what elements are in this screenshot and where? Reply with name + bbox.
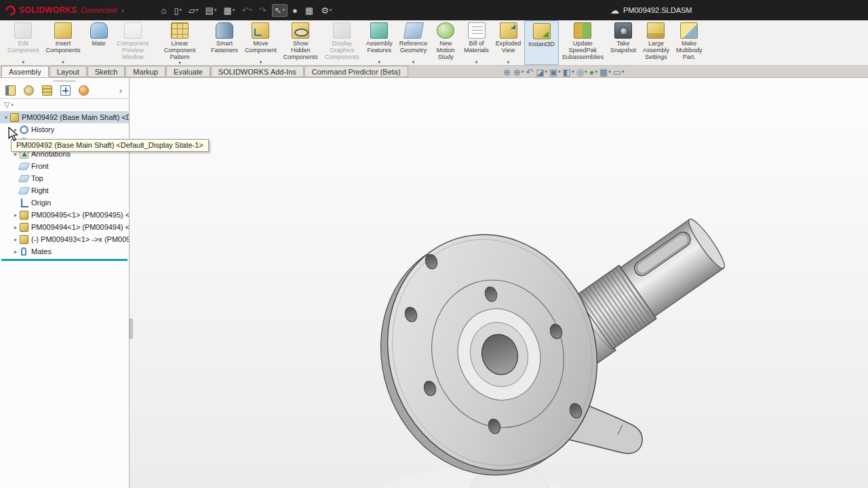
expand-arrow-icon[interactable]: ▸ [12, 224, 19, 230]
options-button[interactable]: ⚙ ▾ [319, 5, 334, 16]
graphics-area[interactable]: › ▽ ▾ ▾ PM009492 (Base Main Shaft) <Defa… [0, 78, 868, 488]
move-component-button[interactable]: Move Component ▾ [241, 20, 280, 65]
tree-item-top-plane[interactable]: Top [0, 172, 129, 184]
undo-button[interactable]: ↶ ▾ [239, 5, 254, 16]
show-hidden-components-button[interactable]: Show Hidden Components [280, 20, 321, 65]
ribbon-dropdown-arrow-icon[interactable]: ▾ [260, 60, 262, 65]
bill-of-materials-button[interactable]: Bill of Materials ▾ [460, 20, 492, 65]
display-style-button[interactable]: ◧ ▾ [563, 68, 574, 77]
open-button[interactable]: ▱ ▾ [186, 5, 201, 16]
reference-geometry-button[interactable]: Reference Geometry ▾ [396, 20, 431, 65]
new-motion-study-button[interactable]: New Motion Study [431, 20, 460, 65]
tab-markup[interactable]: Markup [125, 66, 165, 77]
home-button[interactable]: ⌂ [159, 5, 170, 16]
tree-item-history[interactable]: ▸ History [0, 123, 129, 136]
propertymanager-tab[interactable] [24, 85, 34, 96]
mate-button[interactable]: Mate [84, 20, 114, 65]
linear-component-pattern-button[interactable]: Linear Component Pattern ▾ [152, 20, 208, 65]
view-settings-button[interactable]: ▭ ▾ [613, 68, 625, 77]
expand-arrow-icon[interactable]: ▸ [12, 212, 19, 218]
hud-dropdown-arrow-icon[interactable]: ▾ [595, 69, 597, 75]
previous-view-button[interactable]: ↶ [526, 68, 534, 77]
hud-dropdown-arrow-icon[interactable]: ▾ [585, 69, 587, 75]
configurationmanager-tab[interactable] [42, 85, 52, 96]
tree-item-pm009493[interactable]: ▸ (-) PM009493<1> ->x (PM009493 [0, 233, 129, 245]
displaymanager-tab[interactable] [79, 85, 89, 96]
section-view-button[interactable]: ◪ ▾ [536, 68, 547, 77]
select-tool-button[interactable]: ↖ ▾ [272, 4, 288, 17]
component-preview-window-button[interactable]: Component Preview Window [114, 20, 153, 65]
3dexperience-sphere-button[interactable]: ● [290, 5, 300, 16]
tree-item-pm009495[interactable]: ▸ PM009495<1> (PM009495) <<Def [0, 209, 129, 221]
tree-item-right-plane[interactable]: Right [0, 184, 129, 197]
hud-dropdown-arrow-icon[interactable]: ▾ [608, 69, 611, 75]
dropdown-arrow-icon[interactable]: ▾ [282, 7, 285, 13]
tree-item-origin[interactable]: Origin [0, 197, 129, 209]
display-graphics-components-button[interactable]: Display Graphics Components [321, 20, 363, 65]
dropdown-arrow-icon[interactable]: ▾ [214, 7, 217, 13]
hud-dropdown-arrow-icon[interactable]: ▾ [622, 69, 625, 75]
assembly-features-button[interactable]: Assembly Features ▾ [363, 20, 396, 65]
tab-solidworks-add-ins[interactable]: SOLIDWORKS Add-Ins [211, 66, 304, 77]
tree-item-mates[interactable]: ▸ Mates [0, 245, 129, 258]
tree-item-front-plane[interactable]: Front [0, 160, 129, 172]
zoom-to-fit-button[interactable]: ⊕ [503, 68, 511, 77]
edit-component-button[interactable]: Edit Component ▾ [4, 20, 43, 65]
exploded-view-button[interactable]: Exploded View ▾ [492, 20, 525, 65]
expand-arrow-icon[interactable]: ▸ [12, 249, 19, 255]
tab-assembly[interactable]: Assembly [1, 66, 49, 77]
dropdown-arrow-icon[interactable]: ▾ [233, 7, 235, 13]
tab-sketch[interactable]: Sketch [87, 66, 125, 77]
tool-glyph-icon: ▦ [223, 6, 231, 15]
hud-dropdown-arrow-icon[interactable]: ▾ [545, 69, 548, 75]
update-speedpak-subassemblies-button[interactable]: Update SpeedPak Subassemblies [559, 20, 607, 65]
panel-collapse-grip[interactable] [0, 78, 129, 83]
rollback-bar[interactable] [1, 259, 127, 261]
ribbon-dropdown-arrow-icon[interactable]: ▾ [507, 60, 510, 65]
featuremanager-tab[interactable] [5, 85, 16, 96]
dropdown-arrow-icon[interactable]: ▾ [250, 7, 252, 13]
dropdown-arrow-icon[interactable]: ▾ [196, 7, 199, 13]
make-multibody-part-button[interactable]: Make Multibody Part. [673, 20, 706, 65]
new-document-button[interactable]: ▯ ▾ [172, 5, 184, 16]
tree-item-root[interactable]: ▾ PM009492 (Base Main Shaft) <Default [0, 111, 129, 123]
tab-command-predictor[interactable]: Command Predictor (Beta) [304, 66, 408, 77]
ribbon-dropdown-arrow-icon[interactable]: ▾ [475, 60, 478, 65]
instant3d-button[interactable]: Instant3D [524, 20, 559, 65]
tab-layout[interactable]: Layout [50, 66, 87, 77]
ribbon-dropdown-arrow-icon[interactable]: ▾ [22, 60, 25, 65]
splitter-grip[interactable] [130, 319, 133, 339]
hud-dropdown-arrow-icon[interactable]: ▾ [521, 69, 524, 75]
view-orientation-button[interactable]: ▣ ▾ [549, 68, 561, 77]
filter-dropdown-icon[interactable]: ▾ [11, 102, 14, 108]
table-button[interactable]: ▦ [303, 5, 316, 16]
redo-button[interactable]: ↷ [257, 5, 269, 16]
expand-arrow-icon[interactable]: ▾ [3, 115, 9, 121]
part-icon [20, 223, 28, 232]
panel-flyout-expand[interactable]: › [109, 85, 122, 96]
hud-dropdown-arrow-icon[interactable]: ▾ [558, 69, 561, 75]
save-button[interactable]: ▤ ▾ [203, 5, 219, 16]
ribbon-dropdown-arrow-icon[interactable]: ▾ [378, 60, 380, 65]
dimxpertmanager-tab[interactable] [60, 85, 71, 96]
take-snapshot-button[interactable]: Take Snapshot [607, 20, 639, 65]
insert-components-button[interactable]: Insert Components ▾ [43, 20, 84, 65]
print-button[interactable]: ▦ ▾ [221, 5, 237, 16]
ribbon-dropdown-arrow-icon[interactable]: ▾ [412, 60, 415, 65]
ribbon-dropdown-arrow-icon[interactable]: ▾ [178, 60, 181, 66]
hud-dropdown-arrow-icon[interactable]: ▾ [572, 69, 574, 75]
smart-fasteners-button[interactable]: Smart Fasteners [208, 20, 241, 65]
tab-evaluate[interactable]: Evaluate [166, 66, 210, 77]
hide-show-items-button[interactable]: ◎ ▾ [576, 68, 587, 77]
zoom-to-area-button[interactable]: ⊕ ▾ [513, 68, 524, 77]
tree-filter[interactable]: ▽ ▾ [0, 99, 129, 111]
tree-item-pm009494[interactable]: ▸ PM009494<1> (PM009494) <<Def [0, 221, 129, 233]
dropdown-arrow-icon[interactable]: ▾ [330, 7, 332, 13]
edit-appearance-button[interactable]: ● ▾ [589, 68, 597, 77]
dropdown-arrow-icon[interactable]: ▾ [180, 7, 182, 13]
large-assembly-settings-button[interactable]: Large Assembly Settings [639, 20, 673, 65]
apply-scene-button[interactable]: ▦ ▾ [599, 68, 611, 77]
ribbon-dropdown-arrow-icon[interactable]: ▾ [62, 60, 64, 65]
expand-arrow-icon[interactable]: ▸ [12, 237, 19, 243]
logo-caret-icon[interactable]: › [121, 6, 124, 14]
